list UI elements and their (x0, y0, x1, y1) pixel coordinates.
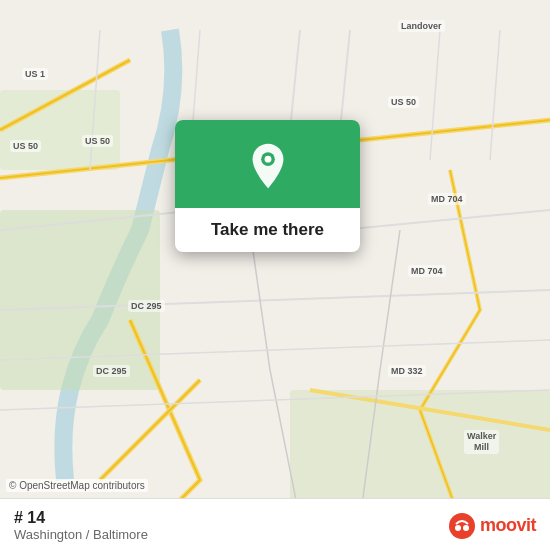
take-me-there-button[interactable]: Take me there (175, 208, 360, 252)
road-label-landover: Landover (398, 20, 445, 32)
map-container: US 1 US 50 US 50 US 50 MD 704 MD 704 DC … (0, 0, 550, 550)
moovit-logo: moovit (448, 512, 536, 540)
popup-card-header (175, 120, 360, 208)
road-label-md704b: MD 704 (408, 265, 446, 277)
popup-card: Take me there (175, 120, 360, 252)
moovit-text: moovit (480, 515, 536, 536)
svg-point-7 (463, 525, 469, 531)
location-pin-icon (244, 142, 292, 190)
svg-point-6 (455, 525, 461, 531)
road-label-walker-mill: WalkerMill (464, 430, 499, 454)
map-attribution: © OpenStreetMap contributors (6, 479, 148, 492)
svg-point-5 (449, 513, 475, 539)
route-subtitle: Washington / Baltimore (14, 527, 148, 542)
svg-point-4 (264, 156, 271, 163)
road-label-md332: MD 332 (388, 365, 426, 377)
route-title: # 14 (14, 509, 148, 527)
road-label-us50-left: US 50 (10, 140, 41, 152)
bottom-bar: # 14 Washington / Baltimore moovit (0, 498, 550, 550)
road-label-md704: MD 704 (428, 193, 466, 205)
road-label-us1: US 1 (22, 68, 48, 80)
svg-rect-2 (0, 90, 120, 170)
road-label-us50-right: US 50 (388, 96, 419, 108)
road-label-dc295b: DC 295 (93, 365, 130, 377)
road-label-dc295a: DC 295 (128, 300, 165, 312)
map-roads (0, 0, 550, 550)
bottom-bar-info: # 14 Washington / Baltimore (14, 509, 148, 542)
moovit-logo-icon (448, 512, 476, 540)
road-label-us50-mid: US 50 (82, 135, 113, 147)
